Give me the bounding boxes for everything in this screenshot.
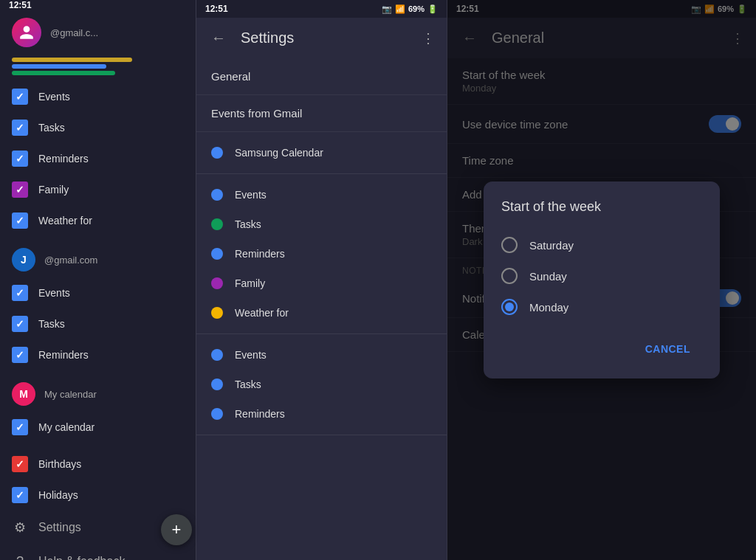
dot-tasks-1 (211, 218, 223, 230)
checkbox-weather-1[interactable] (12, 212, 28, 229)
sidebar-item-events-1[interactable]: Events (0, 81, 196, 112)
help-nav-item[interactable]: ? Help & feedback (0, 545, 196, 560)
settings-panel: 12:51 📷 📶 69% 🔋 ← Settings ⋮ General Eve… (196, 0, 447, 560)
checkbox-holidays[interactable] (12, 487, 28, 503)
sidebar-item-reminders-2[interactable]: Reminders (0, 339, 196, 370)
gear-icon: ⚙ (12, 519, 28, 536)
avatar[interactable] (12, 18, 41, 47)
radio-saturday[interactable]: Saturday (501, 229, 702, 260)
cal-name-tasks-1: Tasks (235, 218, 261, 230)
cal-name-reminders-1: Reminders (235, 248, 285, 260)
checkbox-reminders-2[interactable] (12, 347, 28, 363)
cal-name-events-2: Events (235, 349, 267, 361)
sidebar-item-holidays[interactable]: Holidays (0, 480, 196, 511)
sidebar-item-mycalendar[interactable]: My calendar (0, 412, 196, 443)
cal-events-2[interactable]: Events (196, 340, 447, 370)
back-button-middle[interactable]: ← (208, 27, 229, 49)
cal-name-weather-1: Weather for (235, 307, 289, 319)
status-bar-middle: 12:51 📷 📶 69% 🔋 (196, 0, 447, 18)
help-label: Help & feedback (38, 555, 125, 560)
cal-name-events-1: Events (235, 189, 267, 201)
checkbox-reminders-1[interactable] (12, 151, 28, 167)
cal-name-tasks-2: Tasks (235, 378, 261, 390)
group2-calendar-section: Events Tasks Reminders (196, 334, 447, 435)
sidebar-label-holidays: Holidays (38, 489, 78, 501)
checkbox-tasks-2[interactable] (12, 316, 28, 332)
settings-title: Settings (241, 30, 410, 46)
radio-outer-monday[interactable] (501, 299, 518, 315)
radio-label-saturday: Saturday (529, 239, 574, 252)
dialog-title: Start of the week (501, 199, 702, 215)
dot-events-1 (211, 189, 223, 201)
general-panel: 12:51 📷 📶 69% 🔋 ← General ⋮ Start of the… (447, 0, 756, 560)
status-bar-left: 12:51 (0, 0, 196, 10)
sidebar-item-weather-1[interactable]: Weather for (0, 205, 196, 236)
cal-tasks-2[interactable]: Tasks (196, 370, 447, 399)
dot-weather-1 (211, 307, 223, 319)
user3-header[interactable]: M My calendar (0, 376, 196, 412)
cal-tasks-1[interactable]: Tasks (196, 210, 447, 239)
checkbox-mycalendar[interactable] (12, 419, 28, 435)
user2-header[interactable]: J @gmail.com (0, 242, 196, 277)
avatar-user3[interactable]: M (12, 382, 35, 406)
dot-events-2 (211, 349, 223, 361)
checkbox-events-1[interactable] (12, 89, 28, 105)
radio-monday[interactable]: Monday (501, 291, 702, 322)
checkbox-tasks-1[interactable] (12, 120, 28, 136)
sidebar-item-reminders-1[interactable]: Reminders (0, 143, 196, 174)
dot-reminders-1 (211, 248, 223, 260)
cal-reminders-2[interactable]: Reminders (196, 399, 447, 429)
help-icon: ? (12, 553, 28, 560)
samsung-calendar-section: Samsung Calendar (196, 132, 447, 174)
cal-events-1[interactable]: Events (196, 180, 447, 210)
checkbox-family-1[interactable] (12, 182, 28, 198)
radio-label-sunday: Sunday (529, 270, 567, 283)
checkbox-birthdays[interactable] (12, 456, 28, 472)
sidebar-panel: 12:51 @gmail.c... Events Tasks Reminders… (0, 0, 196, 560)
samsung-calendar-name: Samsung Calendar (235, 147, 323, 159)
sidebar-item-tasks-1[interactable]: Tasks (0, 112, 196, 143)
dialog-overlay[interactable]: Start of the week Saturday Sunday Monday… (447, 0, 756, 560)
color-bar-3 (12, 71, 115, 75)
user2-email: @gmail.com (44, 255, 97, 266)
sidebar-item-family-1[interactable]: Family (0, 174, 196, 205)
settings-label: Settings (38, 521, 81, 534)
radio-inner-monday (505, 303, 514, 311)
dot-family-1 (211, 277, 223, 289)
color-bar-2 (12, 64, 106, 69)
sidebar-label-mycalendar: My calendar (38, 421, 94, 433)
events-gmail-section-item[interactable]: Events from Gmail (196, 95, 447, 132)
avatar-user2[interactable]: J (12, 248, 35, 272)
fab-add-button[interactable]: + (161, 514, 192, 545)
sidebar-item-events-2[interactable]: Events (0, 277, 196, 308)
sidebar-label-birthdays: Birthdays (38, 458, 81, 470)
color-bar-1 (12, 58, 132, 62)
general-section-item[interactable]: General (196, 58, 447, 95)
user-header[interactable]: @gmail.c... (0, 10, 196, 55)
time-middle: 12:51 (205, 4, 228, 14)
sidebar-label-events-2: Events (38, 287, 70, 299)
cal-name-reminders-2: Reminders (235, 408, 285, 420)
cancel-button[interactable]: Cancel (633, 337, 702, 361)
dot-reminders-2 (211, 408, 223, 420)
sidebar-item-birthdays[interactable]: Birthdays (0, 449, 196, 480)
sidebar-label-weather-1: Weather for (38, 215, 92, 227)
sidebar-label-events-1: Events (38, 91, 70, 103)
more-icon-middle[interactable]: ⋮ (422, 30, 435, 46)
checkbox-events-2[interactable] (12, 285, 28, 301)
samsung-dot (211, 147, 223, 159)
sidebar-label-family-1: Family (38, 184, 69, 196)
radio-outer-sunday[interactable] (501, 268, 518, 284)
cal-weather-1[interactable]: Weather for (196, 298, 447, 328)
time-left: 12:51 (9, 0, 32, 10)
cal-reminders-1[interactable]: Reminders (196, 239, 447, 269)
radio-sunday[interactable]: Sunday (501, 260, 702, 291)
cal-family-1[interactable]: Family (196, 269, 447, 298)
user3-label: My calendar (44, 389, 97, 400)
start-of-week-dialog: Start of the week Saturday Sunday Monday… (484, 182, 720, 378)
sidebar-item-tasks-2[interactable]: Tasks (0, 308, 196, 339)
radio-label-monday: Monday (529, 301, 568, 314)
samsung-calendar-item[interactable]: Samsung Calendar (196, 138, 447, 167)
sidebar-label-reminders-1: Reminders (38, 153, 89, 165)
radio-outer-saturday[interactable] (501, 237, 518, 253)
